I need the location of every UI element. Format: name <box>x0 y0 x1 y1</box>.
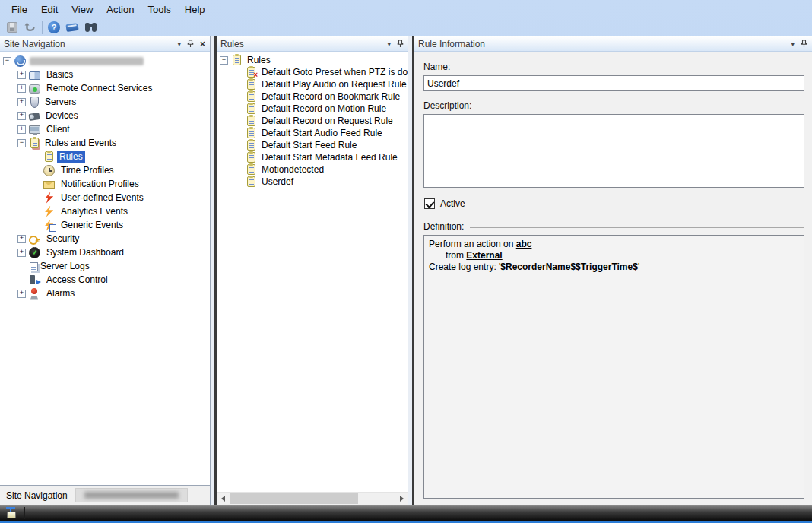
tree-item-access-control[interactable]: Access Control <box>0 273 210 287</box>
tree-item-server-logs[interactable]: Server Logs <box>0 259 210 273</box>
tree-item-label: Rules <box>57 151 85 163</box>
tree-item-notification-profiles[interactable]: Notification Profiles <box>0 177 210 191</box>
scroll-left-arrow-icon[interactable] <box>217 493 230 505</box>
save-button[interactable] <box>3 19 21 36</box>
expand-expander-icon[interactable]: + <box>17 71 26 79</box>
chevron-down-icon[interactable]: ▾ <box>387 40 391 48</box>
tree-item-label: Servers <box>43 96 78 108</box>
tree-item-client[interactable]: +Client <box>0 122 210 136</box>
tab-site-navigation[interactable]: Site Navigation <box>6 490 68 501</box>
service-antenna-icon[interactable] <box>5 507 17 518</box>
chevron-down-icon[interactable]: ▾ <box>791 40 795 48</box>
tree-item-remote-connect-services[interactable]: +Remote Connect Services <box>0 81 210 95</box>
definition-line-1: Perform an action on abc <box>429 239 799 250</box>
tab-federated-site-hierarchy-blurred[interactable] <box>75 488 188 502</box>
scrollbar-thumb[interactable] <box>230 493 358 504</box>
documentation-button[interactable] <box>63 19 81 36</box>
tree-item-security[interactable]: +Security <box>0 232 210 246</box>
tree-item-system-dashboard[interactable]: +System Dashboard <box>0 246 210 259</box>
tree-item-devices[interactable]: +Devices <box>0 109 210 122</box>
tree-item-label: Default Start Metadata Feed Rule <box>259 151 400 163</box>
main-area: Site Navigation ▾ × −+Basics+Remote Conn… <box>0 36 812 505</box>
menu-item-view[interactable]: View <box>65 2 100 17</box>
tree-item-label: Default Play Audio on Request Rule <box>259 78 408 90</box>
tree-item-rules[interactable]: Rules <box>0 150 210 163</box>
rule-icon <box>247 91 255 102</box>
menu-item-edit[interactable]: Edit <box>34 2 65 17</box>
servers-icon <box>30 97 39 108</box>
bolt-orange-icon <box>43 206 55 217</box>
menu-item-file[interactable]: File <box>5 2 34 17</box>
menu-item-action[interactable]: Action <box>100 2 141 17</box>
tree-item-label: System Dashboard <box>44 246 126 258</box>
menu-item-tools[interactable]: Tools <box>141 2 177 17</box>
tree-item-default-start-metadata-feed-rule[interactable]: Default Start Metadata Feed Rule <box>217 151 408 163</box>
tree-item-label: Alarms <box>44 287 77 300</box>
source-link[interactable]: External <box>466 250 502 261</box>
expand-expander-icon[interactable]: + <box>17 112 26 120</box>
rule-icon <box>247 116 255 126</box>
expand-expander-icon[interactable]: + <box>17 125 26 134</box>
action-link[interactable]: abc <box>516 239 532 249</box>
active-checkbox[interactable] <box>424 198 435 209</box>
tree-item-rules-and-events[interactable]: −Rules and Events <box>0 136 210 150</box>
panel-splitter-left[interactable] <box>211 36 217 505</box>
description-textarea[interactable] <box>423 114 804 188</box>
tree-item-default-play-audio-on-request-rule[interactable]: Default Play Audio on Request Rule <box>217 78 408 90</box>
expand-expander-icon[interactable]: + <box>17 98 26 106</box>
tree-item-default-start-feed-rule[interactable]: Default Start Feed Rule <box>217 139 408 151</box>
site-icon <box>14 55 26 67</box>
tree-item-time-profiles[interactable]: Time Profiles <box>0 163 210 177</box>
find-button[interactable] <box>81 19 100 36</box>
tree-item-default-record-on-request-rule[interactable]: Default Record on Request Rule <box>217 115 408 127</box>
rule-information-panel: Rule Information ▾ Name: Description: Ac… <box>414 36 812 505</box>
tree-item-servers[interactable]: +Servers <box>0 95 210 109</box>
panel-splitter-right[interactable] <box>408 36 414 505</box>
tree-item-root[interactable]: − <box>0 54 210 68</box>
collapse-expander-icon[interactable]: − <box>220 56 228 65</box>
tree-item-label: Analytics Events <box>59 205 130 217</box>
tree-item-user-defined-events[interactable]: User-defined Events <box>0 191 210 204</box>
rules-header: Rules ▾ <box>217 36 408 52</box>
tree-item-alarms[interactable]: +Alarms <box>0 287 210 300</box>
pin-icon[interactable] <box>187 40 194 48</box>
tree-item-analytics-events[interactable]: Analytics Events <box>0 204 210 218</box>
log-entry-link[interactable]: $RecorderName$$TriggerTime$ <box>500 262 638 272</box>
horizontal-scrollbar[interactable] <box>217 492 408 505</box>
close-icon[interactable]: × <box>200 39 205 49</box>
collapse-expander-icon[interactable]: − <box>3 57 11 65</box>
name-input[interactable] <box>423 75 804 91</box>
tree-item-default-record-on-bookmark-rule[interactable]: Default Record on Bookmark Rule <box>217 90 408 103</box>
help-button[interactable]: ? <box>45 19 63 36</box>
pin-icon[interactable] <box>801 40 807 48</box>
tree-item-rules[interactable]: −Rules <box>217 54 408 66</box>
chevron-down-icon[interactable]: ▾ <box>177 40 181 48</box>
site-navigation-panel: Site Navigation ▾ × −+Basics+Remote Conn… <box>0 36 211 505</box>
tree-item-userdef[interactable]: Userdef <box>217 176 408 188</box>
expand-expander-icon[interactable]: + <box>17 84 26 93</box>
tree-item-motiondetected[interactable]: Motiondetected <box>217 163 408 176</box>
expand-expander-icon[interactable]: + <box>17 235 26 243</box>
tree-item-generic-events[interactable]: Generic Events <box>0 218 210 232</box>
status-bar <box>0 505 812 523</box>
tree-item-default-record-on-motion-rule[interactable]: Default Record on Motion Rule <box>217 103 408 115</box>
expand-expander-icon[interactable]: + <box>17 249 26 257</box>
menu-item-help[interactable]: Help <box>178 2 212 17</box>
scroll-right-arrow-icon[interactable] <box>395 493 408 505</box>
definition-box: Perform an action on abc from External C… <box>423 235 804 499</box>
tree-item-default-goto-preset-when-ptz-is-don[interactable]: ×Default Goto Preset when PTZ is don <box>217 66 408 78</box>
tree-item-default-start-audio-feed-rule[interactable]: Default Start Audio Feed Rule <box>217 127 408 139</box>
tree-item-label: Default Goto Preset when PTZ is don <box>259 66 408 78</box>
tree-item-label: Motiondetected <box>259 163 326 176</box>
collapse-expander-icon[interactable]: − <box>17 139 26 147</box>
rule-icon <box>247 79 255 90</box>
active-checkbox-row: Active <box>424 198 804 209</box>
tree-item-label: Default Start Audio Feed Rule <box>259 127 385 139</box>
dashboard-icon <box>29 247 40 258</box>
tree-item-basics[interactable]: +Basics <box>0 68 210 81</box>
definition-line-2: from External <box>429 250 799 262</box>
book-icon <box>65 23 78 32</box>
undo-button[interactable] <box>21 19 40 36</box>
expand-expander-icon[interactable]: + <box>17 290 26 298</box>
pin-icon[interactable] <box>397 40 404 48</box>
